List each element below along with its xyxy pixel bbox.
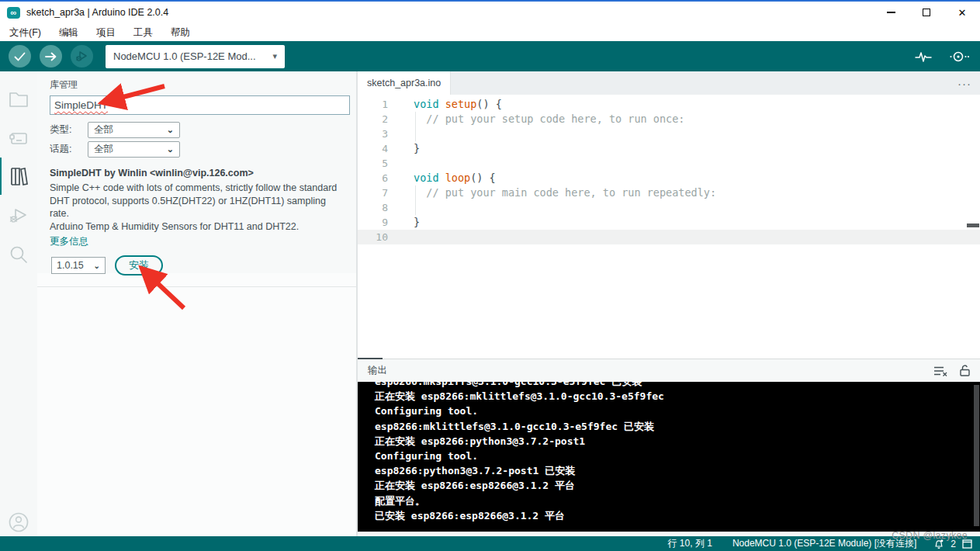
type-filter-row: 类型: 全部 ⌄ <box>50 122 180 138</box>
library-item-actions: 1.0.15 ⌄ 安装 <box>50 255 343 276</box>
console-line-6: esp8266:python3@3.7.2-post1 已安装 <box>375 463 980 478</box>
code-line-5[interactable]: 5 <box>358 156 980 171</box>
library-manager-icon <box>9 167 30 186</box>
library-manager-panel: 库管理 SimpleDHT 类型: 全部 ⌄ 话题: 全部 ⌄ SimpleDH… <box>37 71 357 536</box>
code-line-3[interactable]: 3 <box>358 126 980 141</box>
code-text: void setup() { <box>414 97 502 112</box>
sidebar-item-account[interactable] <box>0 504 37 541</box>
line-number: 2 <box>358 112 395 126</box>
topic-filter-label: 话题: <box>50 143 88 156</box>
type-filter-value: 全部 <box>94 123 113 137</box>
status-bar: 行 10, 列 1 NodeMCU 1.0 (ESP-12E Module) [… <box>0 536 980 551</box>
menu-item-4[interactable]: 帮助 <box>171 26 190 40</box>
menu-bar: 文件(F)编辑项目工具帮助 <box>0 25 980 41</box>
editor-scrollbar-thumb[interactable] <box>967 224 979 227</box>
library-search-input[interactable]: SimpleDHT <box>50 95 350 115</box>
line-number: 8 <box>358 200 395 215</box>
code-text: void loop() { <box>414 171 496 185</box>
check-icon <box>14 52 26 61</box>
version-select[interactable]: 1.0.15 ⌄ <box>51 257 106 274</box>
line-number: 10 <box>358 230 395 244</box>
output-console[interactable]: esp8266:mkspiffs@3.1.0-gcc10.3-e5f9fec 已… <box>358 382 980 532</box>
panel-title: 库管理 <box>50 78 78 92</box>
more-info-link[interactable]: 更多信息 <box>50 235 88 248</box>
activity-bar <box>0 71 37 536</box>
line-number: 9 <box>358 215 395 230</box>
code-line-1[interactable]: 1void setup() { <box>358 97 980 112</box>
library-item-description: Simple C++ code with lots of comments, s… <box>50 182 343 220</box>
close-icon: ✕ <box>958 8 967 18</box>
code-text: // put your main code here, to run repea… <box>414 185 716 200</box>
output-tab-indicator <box>358 358 383 359</box>
install-button[interactable]: 安装 <box>115 255 163 276</box>
close-button[interactable]: ✕ <box>944 2 980 23</box>
debug-button[interactable] <box>71 45 93 68</box>
menu-item-1[interactable]: 编辑 <box>59 26 78 40</box>
sidebar-item-search[interactable] <box>0 236 37 273</box>
maximize-button[interactable] <box>909 2 944 23</box>
code-line-8[interactable]: 8 <box>358 200 980 215</box>
code-line-2[interactable]: 2 // put your setup code here, to run on… <box>358 112 980 126</box>
output-panel-header: 输出 <box>358 359 980 382</box>
sidebar-item-library-manager[interactable] <box>0 158 37 195</box>
code-line-6[interactable]: 6void loop() { <box>358 171 980 185</box>
tab-sketch-apr3a[interactable]: sketch_apr3a.ino <box>358 71 451 95</box>
sketchbook-folder-icon <box>9 91 29 108</box>
code-editor[interactable]: 1void setup() {2 // put your setup code … <box>358 95 980 359</box>
clear-output-icon[interactable] <box>933 366 947 376</box>
output-panel-title: 输出 <box>368 364 387 377</box>
console-line-7: 正在安装 esp8266:esp8266@3.1.2 平台 <box>375 478 980 493</box>
serial-monitor-icon[interactable] <box>949 50 969 63</box>
search-input-value: SimpleDHT <box>54 99 108 111</box>
board-selector-value: NodeMCU 1.0 (ESP-12E Mod... <box>113 50 256 62</box>
console-line-4: 正在安装 esp8266:python3@3.7.2-post1 <box>375 434 980 449</box>
line-number: 7 <box>358 185 395 200</box>
library-list-background <box>37 273 356 536</box>
line-number: 6 <box>358 171 395 185</box>
chevron-down-icon: ⌄ <box>167 125 174 135</box>
code-line-7[interactable]: 7 // put your main code here, to run rep… <box>358 185 980 200</box>
code-text: } <box>414 141 420 156</box>
console-line-5: Configuring tool. <box>375 449 980 463</box>
menu-item-2[interactable]: 项目 <box>96 26 116 40</box>
title-bar: ∞ sketch_apr3a | Arduino IDE 2.0.4 ✕ <box>0 0 980 23</box>
serial-plotter-icon[interactable] <box>915 50 932 64</box>
chevron-down-icon: ▾ <box>272 51 277 61</box>
window-controls: ✕ <box>873 2 980 23</box>
unlock-icon[interactable] <box>960 365 970 376</box>
type-filter-select[interactable]: 全部 ⌄ <box>88 122 180 138</box>
minimize-button[interactable] <box>873 2 909 23</box>
app-icon: ∞ <box>7 7 20 19</box>
console-scrollbar-thumb[interactable] <box>974 385 979 526</box>
board-connection-status[interactable]: NodeMCU 1.0 (ESP-12E Module) [没有连接] <box>732 537 916 550</box>
verify-button[interactable] <box>9 45 31 68</box>
cursor-position[interactable]: 行 10, 列 1 <box>668 537 712 550</box>
editor-pane: sketch_apr3a.ino ··· 1void setup() {2 //… <box>357 71 980 536</box>
debug-play-icon <box>75 50 88 62</box>
menu-item-0[interactable]: 文件(F) <box>9 26 41 40</box>
menu-item-3[interactable]: 工具 <box>133 26 153 40</box>
board-selector[interactable]: NodeMCU 1.0 (ESP-12E Mod... ▾ <box>106 45 285 68</box>
code-line-4[interactable]: 4} <box>358 141 980 156</box>
code-line-9[interactable]: 9} <box>358 215 980 230</box>
library-list-item-simpledht[interactable]: SimpleDHT by Winlin <winlin@vip.126.com>… <box>37 159 357 287</box>
console-line-9: 已安装 esp8266:esp8266@3.1.2 平台 <box>375 508 980 523</box>
editor-tab-bar: sketch_apr3a.ino ··· <box>358 71 980 95</box>
topic-filter-select[interactable]: 全部 ⌄ <box>88 141 180 158</box>
window-title: sketch_apr3a | Arduino IDE 2.0.4 <box>26 7 168 18</box>
line-number: 4 <box>358 141 395 156</box>
console-line-0: esp8266:mkspiffs@3.1.0-gcc10.3-e5f9fec 已… <box>375 382 980 389</box>
chevron-down-icon: ⌄ <box>94 262 100 270</box>
sidebar-item-boards-manager[interactable] <box>0 120 37 157</box>
arrow-right-icon <box>45 52 57 61</box>
code-line-10[interactable]: 10 <box>358 230 980 244</box>
code-text: } <box>414 215 420 230</box>
sidebar-item-debug[interactable] <box>0 197 37 234</box>
code-text: // put your setup code here, to run once… <box>414 112 685 126</box>
boards-manager-icon <box>9 130 29 147</box>
maximize-icon <box>923 9 930 16</box>
editor-more-actions-icon[interactable]: ··· <box>957 71 971 95</box>
console-line-3: esp8266:mklittlefs@3.1.0-gcc10.3-e5f9fec… <box>375 419 980 434</box>
sidebar-item-sketchbook[interactable] <box>0 81 37 118</box>
upload-button[interactable] <box>40 45 62 68</box>
